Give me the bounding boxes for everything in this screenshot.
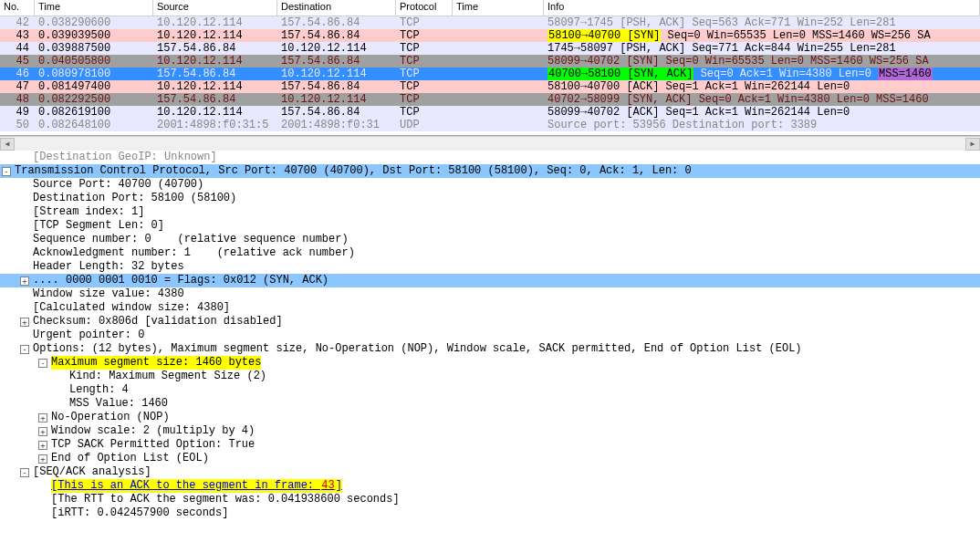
detail-line-geoip[interactable]: [Destination GeoIP: Unknown] — [0, 151, 980, 164]
cell-destination: 157.54.86.84 — [277, 16, 396, 29]
detail-line-ack[interactable]: Acknowledgment number: 1 (relative ack n… — [0, 246, 980, 260]
cell-info: 40702→58099 [SYN, ACK] Seq=0 Ack=1 Win=4… — [544, 93, 980, 106]
cell-time2 — [453, 106, 544, 119]
detail-line-irtt[interactable]: [iRTT: 0.042457900 seconds] — [0, 506, 980, 520]
cell-time: 0.040505800 — [35, 55, 153, 68]
packet-details-panel: [Destination GeoIP: Unknown] - Transmiss… — [0, 151, 980, 552]
detail-line-mssval[interactable]: MSS Value: 1460 — [0, 397, 980, 411]
packet-row[interactable]: 500.0826481002001:4898:f0:31:52001:4898:… — [0, 119, 980, 131]
collapse-icon[interactable]: - — [38, 359, 47, 368]
cell-time: 0.039039500 — [35, 29, 153, 42]
detail-line-stream[interactable]: [Stream index: 1] — [0, 205, 980, 219]
cell-source: 10.120.12.114 — [153, 29, 277, 42]
cell-source: 2001:4898:f0:31:5 — [153, 119, 277, 131]
expand-icon[interactable]: + — [20, 276, 29, 286]
cell-source: 157.54.86.84 — [153, 42, 277, 55]
cell-protocol: UDP — [396, 119, 453, 131]
cell-info: 58100→40700 [ACK] Seq=1 Ack=1 Win=262144… — [544, 80, 980, 93]
cell-source: 157.54.86.84 — [153, 93, 277, 106]
detail-line-options[interactable]: - Options: (12 bytes), Maximum segment s… — [0, 342, 980, 356]
cell-protocol: TCP — [396, 80, 453, 93]
cell-destination: 157.54.86.84 — [277, 106, 396, 119]
cell-time: 0.038290600 — [35, 16, 153, 29]
expand-icon[interactable]: + — [38, 441, 47, 450]
cell-source: 10.120.12.114 — [153, 16, 277, 29]
cell-destination: 10.120.12.114 — [277, 68, 396, 80]
cell-time: 0.082619100 — [35, 106, 153, 119]
collapse-icon[interactable]: - — [2, 167, 11, 176]
column-header-source[interactable]: Source — [153, 0, 277, 16]
collapse-icon[interactable]: - — [20, 468, 29, 477]
packet-row[interactable]: 440.039887500157.54.86.8410.120.12.114TC… — [0, 42, 980, 55]
detail-line-ackframe[interactable]: [This is an ACK to the segment in frame:… — [0, 479, 980, 493]
cell-protocol: TCP — [396, 55, 453, 68]
packet-row[interactable]: 490.08261910010.120.12.114157.54.86.84TC… — [0, 106, 980, 119]
cell-info: 58100→40700 [SYN] Seq=0 Win=65535 Len=0 … — [544, 29, 980, 42]
packet-row[interactable]: 450.04050580010.120.12.114157.54.86.84TC… — [0, 55, 980, 68]
expand-icon[interactable]: + — [38, 413, 47, 423]
packet-row[interactable]: 420.03829060010.120.12.114157.54.86.84TC… — [0, 16, 980, 29]
column-header-info[interactable]: Info — [544, 0, 980, 16]
detail-line-checksum[interactable]: + Checksum: 0x806d [validation disabled] — [0, 315, 980, 329]
detail-line-calcwin[interactable]: [Calculated window size: 4380] — [0, 301, 980, 315]
detail-line-tcp[interactable]: - Transmission Control Protocol, Src Por… — [0, 164, 980, 178]
packet-rows-container: 420.03829060010.120.12.114157.54.86.84TC… — [0, 16, 980, 131]
cell-destination: 157.54.86.84 — [277, 29, 396, 42]
cell-time2 — [453, 29, 544, 42]
cell-info: 58099→40702 [ACK] Seq=1 Ack=1 Win=262144… — [544, 106, 980, 119]
detail-line-rtt[interactable]: [The RTT to ACK the segment was: 0.04193… — [0, 493, 980, 506]
detail-line-seq[interactable]: Sequence number: 0 (relative sequence nu… — [0, 233, 980, 246]
cell-info: 40700→58100 [SYN, ACK] Seq=0 Ack=1 Win=4… — [544, 68, 980, 80]
cell-time2 — [453, 119, 544, 131]
expand-icon[interactable]: + — [38, 427, 47, 436]
column-header-destination[interactable]: Destination — [277, 0, 396, 16]
packet-row[interactable]: 460.080978100157.54.86.8410.120.12.114TC… — [0, 68, 980, 80]
detail-line-urgent[interactable]: Urgent pointer: 0 — [0, 329, 980, 342]
collapse-icon[interactable]: - — [20, 345, 29, 354]
cell-no: 50 — [0, 119, 35, 131]
detail-line-flags[interactable]: + .... 0000 0001 0010 = Flags: 0x012 (SY… — [0, 274, 980, 287]
cell-time: 0.081497400 — [35, 80, 153, 93]
scroll-right-button[interactable]: ▶ — [965, 138, 980, 151]
cell-no: 49 — [0, 106, 35, 119]
cell-destination: 10.120.12.114 — [277, 42, 396, 55]
column-header-protocol[interactable]: Protocol — [396, 0, 453, 16]
detail-line-srcport[interactable]: Source Port: 40700 (40700) — [0, 178, 980, 192]
scroll-left-button[interactable]: ◀ — [0, 138, 15, 151]
cell-source: 10.120.12.114 — [153, 106, 277, 119]
column-header-time2[interactable]: Time — [453, 0, 544, 16]
detail-line-seglen[interactable]: [TCP Segment Len: 0] — [0, 219, 980, 233]
packet-list-header: No. Time Source Destination Protocol Tim… — [0, 0, 980, 16]
detail-line-kind[interactable]: Kind: Maximum Segment Size (2) — [0, 370, 980, 383]
column-header-no[interactable]: No. — [0, 0, 35, 16]
horizontal-scrollbar[interactable]: ◀ ▶ — [0, 136, 980, 151]
cell-protocol: TCP — [396, 16, 453, 29]
detail-line-len[interactable]: Length: 4 — [0, 383, 980, 397]
cell-protocol: TCP — [396, 106, 453, 119]
expand-icon[interactable]: + — [38, 454, 47, 464]
cell-no: 45 — [0, 55, 35, 68]
expand-icon[interactable]: + — [20, 318, 29, 327]
cell-protocol: TCP — [396, 93, 453, 106]
packet-row[interactable]: 430.03903950010.120.12.114157.54.86.84TC… — [0, 29, 980, 42]
cell-time: 0.080978100 — [35, 68, 153, 80]
detail-line-dstport[interactable]: Destination Port: 58100 (58100) — [0, 192, 980, 205]
cell-time: 0.039887500 — [35, 42, 153, 55]
detail-line-seqack[interactable]: - [SEQ/ACK analysis] — [0, 465, 980, 479]
packet-row[interactable]: 480.082292500157.54.86.8410.120.12.114TC… — [0, 93, 980, 106]
detail-line-hdrlen[interactable]: Header Length: 32 bytes — [0, 260, 980, 274]
detail-line-wscale[interactable]: + Window scale: 2 (multiply by 4) — [0, 424, 980, 438]
detail-line-sack[interactable]: + TCP SACK Permitted Option: True — [0, 438, 980, 452]
cell-info: 58099→40702 [SYN] Seq=0 Win=65535 Len=0 … — [544, 55, 980, 68]
cell-protocol: TCP — [396, 68, 453, 80]
cell-destination: 10.120.12.114 — [277, 93, 396, 106]
detail-line-nop[interactable]: + No-Operation (NOP) — [0, 411, 980, 424]
column-header-time[interactable]: Time — [35, 0, 153, 16]
detail-line-mss[interactable]: - Maximum segment size: 1460 bytes — [0, 356, 980, 370]
cell-source: 10.120.12.114 — [153, 80, 277, 93]
detail-line-eol[interactable]: + End of Option List (EOL) — [0, 452, 980, 465]
detail-line-winsize[interactable]: Window size value: 4380 — [0, 287, 980, 301]
cell-no: 44 — [0, 42, 35, 55]
cell-time2 — [453, 93, 544, 106]
packet-row[interactable]: 470.08149740010.120.12.114157.54.86.84TC… — [0, 80, 980, 93]
